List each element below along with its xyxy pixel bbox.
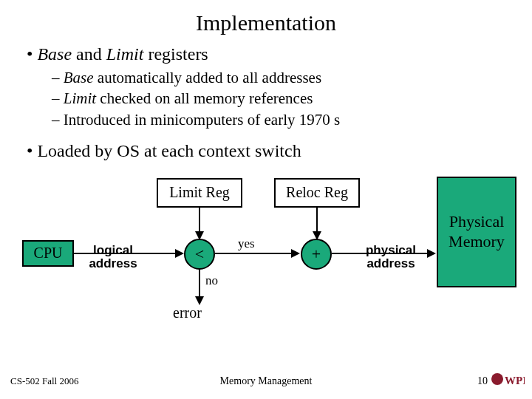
text-physmem2: Memory [449,232,505,250]
arrow-line [199,270,200,298]
text-registers: registers [143,44,208,64]
slide-title: Implementation [0,0,532,35]
text-base: Base [37,44,72,64]
arrow-right-icon [427,249,436,258]
text-limit: Limit [106,44,144,64]
svg-point-0 [491,373,503,385]
text-limit-tail: checked on all memory references [96,89,313,107]
text-limit2: Limit [64,89,96,107]
arrow-right-icon [175,249,184,258]
arrow-line [215,253,293,254]
wpi-logo: WPI [491,369,525,392]
arrow-line [316,208,318,233]
cpu-box: CPU [22,240,74,267]
slide-body: Base and Limit registers Base automatica… [0,35,532,333]
page-number: 10 [477,375,488,387]
text-logical: logical [93,243,133,257]
text-and: and [72,44,106,64]
arrow-line [199,208,200,233]
yes-label: yes [238,236,255,251]
text-base-tail: automatically added to all addresses [94,69,321,86]
diagram: Limit Reg Reloc Reg CPU logical address … [27,171,505,333]
logical-address-label: logical address [87,244,139,270]
text-physmem1: Physical [449,212,505,231]
error-label: error [173,304,202,322]
logo-text-icon: WPI [505,375,525,386]
physical-address-label: physical address [361,244,421,270]
physical-memory-box: Physical Memory [437,177,516,287]
text-address2: address [366,256,415,270]
no-label: no [205,273,218,288]
footer-title: Memory Management [0,375,532,387]
reloc-reg-box: Reloc Reg [274,178,360,208]
text-physical: physical [366,243,416,257]
subbullet-limit-checked: Limit checked on all memory references [52,89,505,108]
text-base2: Base [64,69,94,86]
limit-reg-box: Limit Reg [157,178,242,208]
adder-circle: + [301,239,332,270]
bullet-base-limit: Base and Limit registers [27,43,505,65]
bullet-loaded-os: Loaded by OS at each context switch [27,140,505,162]
subbullet-introduced: Introduced in minicomputers of early 197… [52,110,505,129]
text-address1: address [89,256,137,270]
subbullet-base-added: Base automatically added to all addresse… [52,68,505,87]
arrow-right-icon [291,249,300,258]
compare-circle: < [184,239,215,270]
